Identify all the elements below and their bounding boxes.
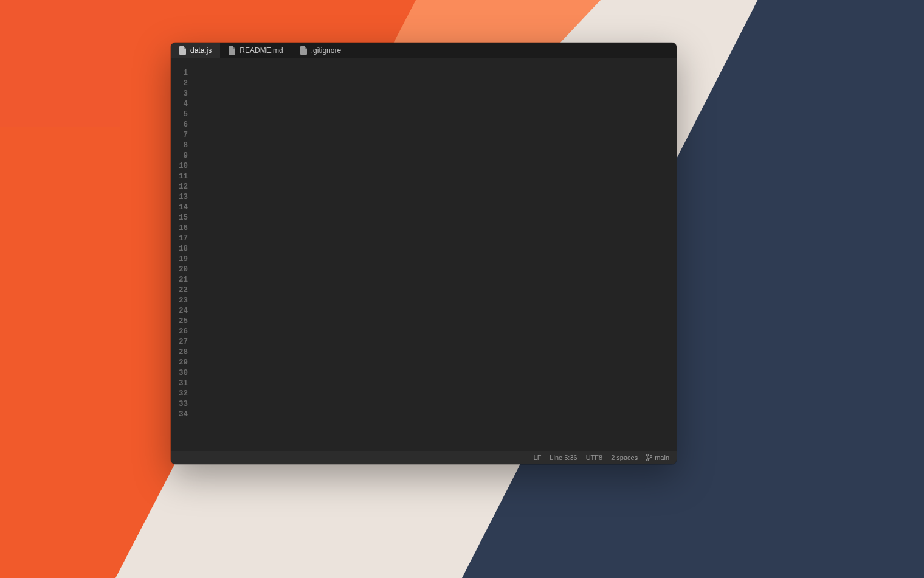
line-number: 27 bbox=[171, 337, 189, 347]
branch-name: main bbox=[655, 454, 669, 461]
tab-gitignore[interactable]: .gitignore bbox=[292, 43, 350, 58]
line-number-gutter: 1234567891011121314151617181920212223242… bbox=[171, 58, 189, 451]
status-eol[interactable]: LF bbox=[534, 454, 542, 461]
line-number: 22 bbox=[171, 285, 189, 296]
line-number: 32 bbox=[171, 389, 189, 399]
line-number: 8 bbox=[171, 141, 189, 151]
line-number: 12 bbox=[171, 182, 189, 192]
file-icon bbox=[300, 46, 308, 55]
line-number: 15 bbox=[171, 213, 189, 223]
line-number: 7 bbox=[171, 130, 189, 141]
line-number: 24 bbox=[171, 306, 189, 316]
line-number: 34 bbox=[171, 409, 189, 420]
line-number: 26 bbox=[171, 327, 189, 337]
status-indent[interactable]: 2 spaces bbox=[611, 454, 638, 461]
line-number: 25 bbox=[171, 316, 189, 327]
file-icon bbox=[179, 46, 187, 55]
svg-point-1 bbox=[647, 459, 649, 461]
line-number: 16 bbox=[171, 223, 189, 234]
line-number: 30 bbox=[171, 368, 189, 378]
svg-point-0 bbox=[647, 454, 649, 456]
line-number: 21 bbox=[171, 275, 189, 285]
line-number: 13 bbox=[171, 192, 189, 203]
status-encoding[interactable]: UTF8 bbox=[586, 454, 603, 461]
tab-label: data.js bbox=[190, 46, 212, 55]
tab-readme-md[interactable]: README.md bbox=[220, 43, 291, 58]
status-branch[interactable]: main bbox=[646, 454, 669, 461]
line-number: 10 bbox=[171, 161, 189, 172]
code-area[interactable] bbox=[189, 58, 677, 451]
git-branch-icon bbox=[646, 454, 652, 461]
status-cursor[interactable]: Line 5:36 bbox=[550, 454, 577, 461]
editor-body: 1234567891011121314151617181920212223242… bbox=[171, 58, 677, 451]
editor-window: data.js README.md .gitignore 12345678910… bbox=[171, 43, 677, 464]
line-number: 14 bbox=[171, 203, 189, 213]
tab-data-js[interactable]: data.js bbox=[171, 43, 220, 58]
line-number: 9 bbox=[171, 151, 189, 161]
line-number: 5 bbox=[171, 110, 189, 120]
line-number: 2 bbox=[171, 78, 189, 89]
line-number: 4 bbox=[171, 99, 189, 110]
line-number: 20 bbox=[171, 265, 189, 275]
line-number: 31 bbox=[171, 378, 189, 389]
line-number: 18 bbox=[171, 244, 189, 254]
line-number: 6 bbox=[171, 120, 189, 130]
tab-bar: data.js README.md .gitignore bbox=[171, 43, 677, 58]
line-number: 3 bbox=[171, 89, 189, 99]
file-icon bbox=[229, 46, 236, 55]
line-number: 19 bbox=[171, 254, 189, 265]
line-number: 17 bbox=[171, 234, 189, 244]
svg-point-2 bbox=[650, 456, 652, 458]
line-number: 11 bbox=[171, 172, 189, 182]
line-number: 28 bbox=[171, 347, 189, 358]
status-bar: LF Line 5:36 UTF8 2 spaces main bbox=[171, 451, 677, 464]
line-number: 23 bbox=[171, 296, 189, 306]
line-number: 33 bbox=[171, 399, 189, 409]
tab-label: .gitignore bbox=[311, 46, 341, 55]
line-number: 1 bbox=[171, 68, 189, 78]
line-number: 29 bbox=[171, 358, 189, 368]
tab-label: README.md bbox=[240, 46, 283, 55]
